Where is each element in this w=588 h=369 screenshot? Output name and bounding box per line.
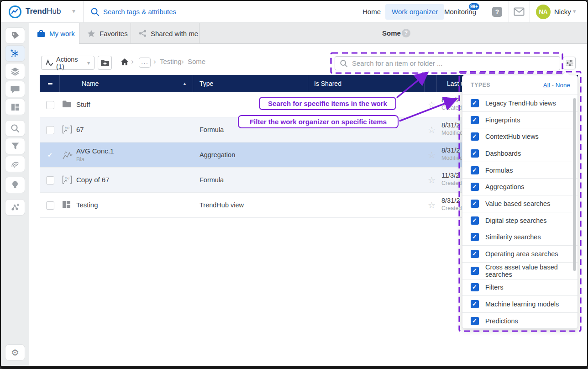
- item-search-box: [335, 56, 560, 70]
- item-date: 8/31/2Created: [441, 197, 462, 211]
- funnel-icon: [11, 142, 20, 150]
- filter-type-item[interactable]: Legacy TrendHub views: [462, 95, 578, 111]
- checkbox-checked[interactable]: [471, 149, 479, 158]
- workspace-tabbar: My work Favorites Shared with me Some ?: [29, 23, 587, 44]
- global-search-input[interactable]: Search tags & attributes: [103, 8, 176, 16]
- sidebar-item-comments[interactable]: [5, 81, 25, 97]
- select-none-link[interactable]: None: [556, 82, 570, 89]
- nav-home[interactable]: Home: [362, 8, 381, 16]
- actions-button[interactable]: Actions (1) ▾: [41, 56, 94, 70]
- share-icon: [139, 30, 147, 37]
- context-help-icon[interactable]: ?: [402, 29, 410, 37]
- context-folder-label: Some: [382, 29, 401, 37]
- filter-type-item[interactable]: Digital step searches: [462, 212, 578, 229]
- filter-type-item[interactable]: Similarity searches: [462, 229, 578, 246]
- checkbox-checked[interactable]: [471, 132, 479, 141]
- tab-favorites[interactable]: Favorites: [79, 23, 131, 44]
- sidebar-item-fingerprints[interactable]: [5, 156, 25, 172]
- checkbox-checked[interactable]: [471, 200, 479, 208]
- filter-type-item[interactable]: Operating area searches: [462, 245, 578, 262]
- mail-icon[interactable]: [514, 7, 525, 16]
- aggregation-icon: [62, 150, 73, 160]
- divider: [59, 75, 60, 92]
- sidebar-item-search[interactable]: [5, 120, 25, 137]
- checkbox-checked[interactable]: [471, 317, 479, 325]
- row-checkbox[interactable]: [46, 201, 54, 210]
- column-header-name[interactable]: Name: [82, 80, 99, 87]
- favorite-star-icon[interactable]: ☆: [428, 150, 436, 160]
- top-navbar: TrendHub ▾ Search tags & attributes Home…: [1, 1, 587, 23]
- row-checkbox[interactable]: [46, 126, 54, 134]
- item-date: 8/16/2Created: [441, 96, 462, 111]
- checkbox-checked[interactable]: [471, 250, 479, 258]
- row-checkbox[interactable]: [46, 101, 54, 109]
- sort-ascending-icon[interactable]: ▲: [183, 81, 187, 86]
- breadcrumb-home-icon[interactable]: [121, 58, 129, 66]
- filter-type-item[interactable]: ContextHub views: [462, 128, 578, 145]
- breadcrumb-item[interactable]: Some: [188, 58, 205, 65]
- tab-my-work[interactable]: My work: [29, 23, 79, 44]
- divider: [193, 75, 193, 92]
- item-type: Formula: [200, 176, 224, 184]
- checkbox-checked[interactable]: [471, 283, 479, 291]
- filter-type-item[interactable]: Cross asset value based searches: [462, 262, 578, 279]
- types-filter-panel: TYPES All - None Legacy TrendHub views F…: [462, 75, 578, 329]
- filter-type-item[interactable]: Fingerprints: [462, 111, 578, 128]
- avatar[interactable]: NA: [536, 5, 551, 19]
- breadcrumb-item[interactable]: Testing: [160, 58, 182, 65]
- new-folder-button[interactable]: [98, 56, 112, 70]
- brand-chevron-down-icon[interactable]: ▾: [72, 7, 75, 15]
- filter-type-item[interactable]: Predictions: [462, 312, 578, 329]
- sidebar-item-formulas[interactable]: [5, 45, 25, 62]
- filter-type-item[interactable]: Aggregations: [462, 178, 578, 195]
- checkbox-checked[interactable]: [471, 267, 479, 275]
- search-icon: [10, 124, 20, 133]
- fingerprint-icon: [10, 159, 20, 169]
- filter-type-item[interactable]: Dashboards: [462, 145, 578, 162]
- checkbox-checked[interactable]: [471, 216, 479, 225]
- panel-header: TYPES All - None: [462, 75, 578, 95]
- filter-type-item[interactable]: Formulas: [462, 162, 578, 179]
- sidebar-item-tags[interactable]: [5, 27, 25, 44]
- checkbox-checked[interactable]: [471, 99, 479, 107]
- checkbox-checked[interactable]: [471, 300, 479, 308]
- checkbox-checked[interactable]: [471, 233, 479, 241]
- row-checkbox[interactable]: [46, 176, 54, 184]
- sidebar-item-models[interactable]: [5, 199, 25, 216]
- favorite-star-icon[interactable]: ☆: [428, 200, 436, 211]
- user-name[interactable]: Nicky: [554, 8, 571, 16]
- column-header-type[interactable]: Type: [200, 80, 213, 87]
- checkbox-checked[interactable]: [471, 166, 479, 174]
- divider: [509, 1, 509, 22]
- trendhub-view-icon: [62, 200, 71, 208]
- sliders-icon: [566, 60, 573, 66]
- item-name: Stuff: [76, 100, 90, 108]
- filter-type-item[interactable]: Filters: [462, 279, 578, 296]
- user-chevron-down-icon[interactable]: ▾: [573, 8, 576, 15]
- filter-type-item[interactable]: Value based searches: [462, 195, 578, 212]
- panel-scrollbar[interactable]: [573, 98, 576, 271]
- sidebar-item-settings[interactable]: ⚙: [5, 344, 25, 361]
- checkbox-checked[interactable]: [471, 116, 479, 124]
- sidebar-item-filters[interactable]: [5, 138, 25, 154]
- tab-shared-with-me[interactable]: Shared with me: [131, 23, 200, 44]
- actions-icon: [46, 59, 53, 66]
- filter-type-item[interactable]: Machine learning models: [462, 295, 578, 312]
- select-all-link[interactable]: All: [543, 82, 550, 89]
- item-search-input[interactable]: [352, 59, 560, 67]
- filter-settings-button[interactable]: [563, 57, 576, 69]
- favorite-star-icon[interactable]: ☆: [428, 100, 436, 110]
- sidebar-item-layers[interactable]: [5, 63, 25, 79]
- favorite-star-icon[interactable]: ☆: [428, 175, 436, 185]
- monitoring-badge: 99+: [468, 2, 480, 11]
- favorite-star-icon[interactable]: ☆: [428, 125, 436, 135]
- sidebar-item-views[interactable]: [5, 99, 25, 115]
- column-header-is-shared[interactable]: Is Shared: [314, 80, 341, 87]
- scatter-graph-icon: [10, 203, 20, 212]
- breadcrumb-ellipsis-button[interactable]: ···: [139, 58, 151, 68]
- checkbox-checked[interactable]: [471, 183, 479, 191]
- help-icon[interactable]: ?: [492, 7, 502, 17]
- divider: [486, 1, 486, 22]
- sidebar-item-insights[interactable]: [5, 177, 25, 193]
- nav-work-organizer[interactable]: Work organizer: [385, 4, 444, 20]
